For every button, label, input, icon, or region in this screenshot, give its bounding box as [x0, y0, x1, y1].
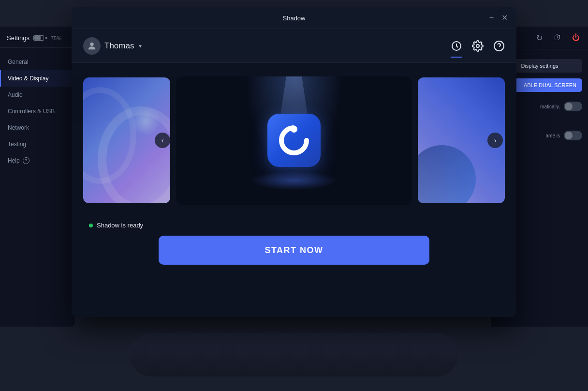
carousel-prev-button[interactable]: ‹	[155, 133, 170, 148]
window-controls: − ✕	[488, 13, 509, 23]
chevron-right-icon: ›	[494, 136, 497, 144]
help-icon-button[interactable]	[493, 40, 505, 52]
sidebar-item-label: Testing	[8, 141, 26, 148]
battery-fill	[34, 36, 41, 40]
sidebar-item-label: Help	[8, 157, 20, 164]
clock-button[interactable]: ⏱	[550, 30, 565, 45]
auto-label: matically,	[540, 104, 560, 109]
sidebar-item-network[interactable]: Network	[0, 120, 75, 136]
sidebar-item-help[interactable]: Help ?	[0, 152, 75, 169]
status-dot	[89, 224, 93, 227]
start-now-button[interactable]: START NOW	[159, 236, 429, 265]
chevron-left-icon: ‹	[162, 136, 164, 144]
svg-point-2	[476, 45, 479, 47]
title-bar: Shadow − ✕	[72, 7, 516, 29]
shadow-app-icon	[267, 114, 321, 167]
sidebar-item-controllers-usb[interactable]: Controllers & USB	[0, 103, 75, 120]
app-header: Thomas ▾	[72, 29, 516, 63]
window-title: Shadow	[283, 15, 306, 22]
battery-indicator	[33, 35, 47, 41]
main-content: ‹ ›	[72, 63, 516, 317]
monitor-stand	[130, 333, 458, 376]
user-section[interactable]: Thomas ▾	[83, 37, 142, 55]
ame-label: ame is	[546, 133, 560, 138]
carousel-next-button[interactable]: ›	[487, 133, 503, 148]
sidebar-item-testing[interactable]: Testing	[0, 136, 75, 152]
sidebar-item-label: Controllers & USB	[8, 108, 55, 115]
carousel: ‹ ›	[83, 73, 505, 208]
status-text: Shadow is ready	[97, 222, 143, 229]
glow-floor	[250, 171, 338, 190]
refresh-button[interactable]: ↻	[532, 30, 546, 45]
user-name: Thomas	[104, 41, 134, 51]
battery-body	[33, 35, 44, 41]
avatar	[83, 37, 101, 55]
glow-orb	[132, 106, 161, 135]
svg-point-0	[90, 42, 93, 45]
battery-tip	[45, 37, 47, 39]
sidebar-item-general[interactable]: General	[0, 54, 75, 70]
settings-title: Settings	[7, 34, 29, 42]
refresh-icon-button[interactable]	[451, 40, 462, 52]
help-icon: ?	[23, 157, 29, 164]
shadow-window: Shadow − ✕ Thomas ▾	[72, 7, 516, 317]
sidebar-item-video-display[interactable]: Video & Display	[0, 70, 75, 87]
settings-nav: General Video & Display Audio Controller…	[0, 48, 75, 175]
ame-toggle[interactable]	[564, 131, 582, 140]
auto-toggle[interactable]	[564, 102, 582, 111]
svg-point-6	[291, 126, 297, 133]
settings-sidebar: Settings 75% General Video & Display Aud…	[0, 27, 75, 327]
close-button[interactable]: ✕	[500, 13, 509, 23]
status-row: Shadow is ready	[83, 222, 143, 229]
power-button[interactable]: ⏻	[569, 30, 583, 45]
carousel-slide-center	[176, 76, 412, 205]
chevron-down-icon: ▾	[139, 43, 142, 49]
sidebar-item-label: Video & Display	[8, 75, 49, 82]
header-actions	[451, 40, 505, 52]
sidebar-item-audio[interactable]: Audio	[0, 87, 75, 103]
settings-header: Settings 75%	[0, 27, 75, 48]
sidebar-item-label: General	[8, 59, 29, 65]
settings-icon-button[interactable]	[472, 40, 484, 52]
battery-percentage: 75%	[51, 35, 61, 41]
minimize-button[interactable]: −	[488, 13, 495, 23]
sidebar-item-label: Network	[8, 124, 29, 131]
sidebar-item-label: Audio	[8, 91, 23, 98]
